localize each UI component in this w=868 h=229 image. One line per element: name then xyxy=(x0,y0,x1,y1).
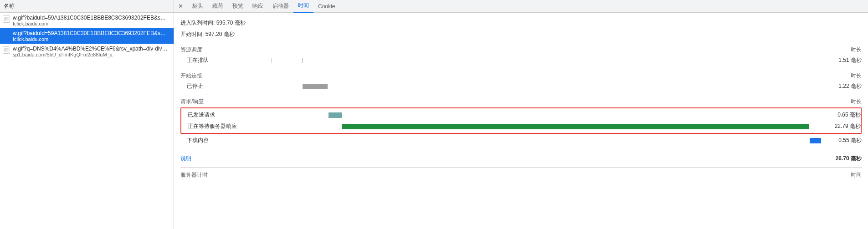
timing-bar xyxy=(342,124,809,129)
request-list: w.gif?baiduId=59A1381C0C30E1BBBE8C3C3693… xyxy=(0,13,174,229)
section-title: 开始连接 xyxy=(180,72,202,80)
network-requests-panel: 名称 w.gif?baiduId=59A1381C0C30E1BBBE8C3C3… xyxy=(0,0,174,229)
explanation-link[interactable]: 说明 xyxy=(180,155,191,163)
timing-row-value: 1.22 毫秒 xyxy=(821,82,862,90)
request-row[interactable]: w.gif?q=DNS%D4%A4%BD%E2%CE%F6&rsv_xpath=… xyxy=(0,44,174,59)
request-domain: sp1.baidu.com/5bU_dTmfKgQFm2e88IuM_a xyxy=(13,52,171,57)
timing-section-header: 请求/响应时长 xyxy=(180,95,862,107)
requests-header: 名称 xyxy=(0,0,174,13)
timing-bar xyxy=(810,138,821,143)
tab-预览[interactable]: 预览 xyxy=(228,0,248,13)
section-title: 请求/响应 xyxy=(180,98,204,106)
queued-time-line: 进入队列时间: 595.70 毫秒 xyxy=(180,17,862,29)
image-icon xyxy=(3,46,10,54)
request-name: w.gif?q=DNS%D4%A4%BD%E2%CE%F6&rsv_xpath=… xyxy=(13,46,168,52)
timing-row: 正在排队1.51 毫秒 xyxy=(180,55,862,66)
timing-section-header: 资源调度时长 xyxy=(180,43,862,55)
section-duration-label: 时长 xyxy=(851,46,862,54)
tab-启动器[interactable]: 启动器 xyxy=(268,0,293,13)
requests-header-name: 名称 xyxy=(4,2,15,10)
timing-content: 进入队列时间: 595.70 毫秒 开始时间: 597.20 毫秒 资源调度时长… xyxy=(174,13,868,229)
timing-section-header: 开始连接时长 xyxy=(180,69,862,81)
section-duration-label: 时长 xyxy=(851,72,862,80)
timing-row: 已发送请求0.65 毫秒 xyxy=(181,109,861,121)
request-row[interactable]: w.gif?baiduId=59A1381C0C30E1BBBE8C3C3693… xyxy=(0,13,174,28)
timing-row: 已停止1.22 毫秒 xyxy=(180,81,862,92)
detail-tabs: ✕ 标头载荷预览响应启动器时间Cookie xyxy=(174,0,868,13)
timing-bar xyxy=(303,84,328,89)
close-icon[interactable]: ✕ xyxy=(176,2,185,11)
timing-row-label: 下载内容 xyxy=(180,137,272,144)
start-time-label: 开始时间: xyxy=(180,31,204,37)
timing-bar-area xyxy=(272,112,820,118)
section-title: 资源调度 xyxy=(180,46,202,54)
total-time: 26.70 毫秒 xyxy=(836,155,862,163)
tab-标头[interactable]: 标头 xyxy=(188,0,208,13)
timing-row-value: 22.79 毫秒 xyxy=(820,122,861,130)
section-duration-label: 时长 xyxy=(851,98,862,106)
tab-时间[interactable]: 时间 xyxy=(293,0,313,13)
server-timing-right: 时间 xyxy=(851,171,862,179)
timing-bar-area xyxy=(272,123,820,130)
start-time-line: 开始时间: 597.20 毫秒 xyxy=(180,29,862,40)
request-domain: fclick.baidu.com xyxy=(13,36,171,42)
detail-panel: ✕ 标头载荷预览响应启动器时间Cookie 进入队列时间: 595.70 毫秒 … xyxy=(174,0,868,229)
timing-row-value: 1.51 毫秒 xyxy=(821,56,862,64)
image-icon xyxy=(3,31,10,38)
timing-row-label: 已发送请求 xyxy=(181,111,272,119)
timing-row-value: 0.55 毫秒 xyxy=(821,137,862,144)
timing-row-label: 正在等待服务器响应 xyxy=(181,122,272,130)
timing-bar xyxy=(272,58,303,63)
server-timing-title: 服务器计时 xyxy=(180,171,208,179)
start-time-value: 597.20 毫秒 xyxy=(205,31,235,37)
timing-bar-area xyxy=(272,83,821,90)
server-timing-header: 服务器计时 时间 xyxy=(180,167,862,179)
timing-row: 正在等待服务器响应22.79 毫秒 xyxy=(181,121,861,132)
timing-bar-area xyxy=(272,57,821,64)
timing-row-value: 0.65 毫秒 xyxy=(820,111,861,119)
tab-Cookie[interactable]: Cookie xyxy=(313,0,339,13)
request-domain: fclick.baidu.com xyxy=(13,21,171,26)
timing-row-label: 正在排队 xyxy=(180,56,272,64)
timing-row: 下载内容0.55 毫秒 xyxy=(180,135,862,146)
request-row[interactable]: w.gif?baiduId=59A1381C0C30E1BBBE8C3C3693… xyxy=(0,28,174,44)
explanation-row: 说明 26.70 毫秒 xyxy=(180,150,862,167)
timing-bar-area xyxy=(272,137,821,144)
tab-响应[interactable]: 响应 xyxy=(248,0,268,13)
queued-time-label: 进入队列时间: xyxy=(180,20,215,26)
timing-row-label: 已停止 xyxy=(180,82,272,90)
image-icon xyxy=(3,15,10,23)
request-name: w.gif?baiduId=59A1381C0C30E1BBBE8C3C3693… xyxy=(13,15,168,21)
tab-载荷[interactable]: 载荷 xyxy=(208,0,228,13)
queued-time-value: 595.70 毫秒 xyxy=(216,20,246,26)
timing-bar xyxy=(329,112,342,118)
request-name: w.gif?baiduId=59A1381C0C30E1BBBE8C3C3693… xyxy=(13,30,168,36)
